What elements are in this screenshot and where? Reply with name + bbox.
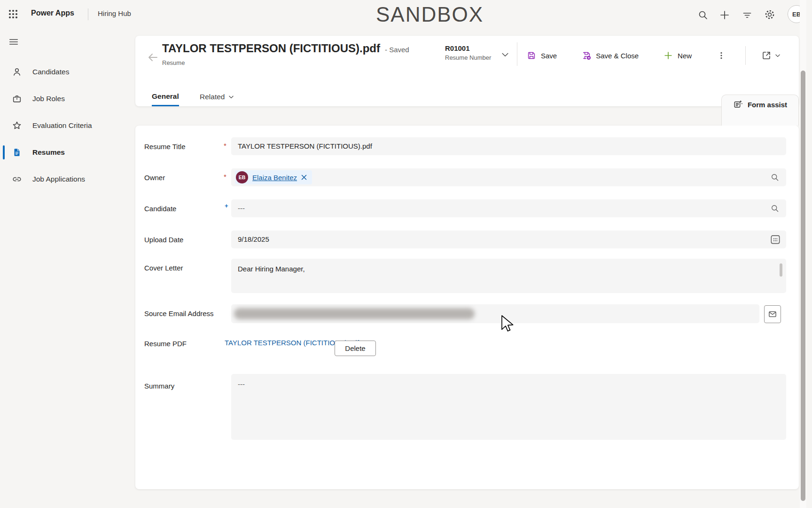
chevron-down-icon xyxy=(228,94,234,100)
sidebar-item-label: Evaluation Criteria xyxy=(32,121,92,130)
owner-search-icon[interactable] xyxy=(770,173,780,182)
calendar-icon[interactable] xyxy=(769,233,781,246)
delete-file-button[interactable]: Delete xyxy=(335,341,376,356)
source-email-input[interactable] xyxy=(231,304,759,323)
candidate-search-icon[interactable] xyxy=(770,204,780,213)
site-map-sidebar: Candidates Job Roles Evaluation Criteria… xyxy=(0,28,122,508)
upload-date-label: Upload Date xyxy=(144,236,183,244)
form-assist-button[interactable]: Form assist xyxy=(721,95,799,126)
search-icon[interactable] xyxy=(697,9,709,21)
quick-create-icon[interactable] xyxy=(719,9,730,21)
source-email-label: Source Email Address xyxy=(144,310,214,318)
header-summary-field: R01001 Resume Number xyxy=(445,44,491,62)
resume-title-input[interactable]: TAYLOR TESTPERSON (FICTITIOUS).pdf xyxy=(231,137,786,155)
top-bar: Power Apps Hiring Hub SANDBOX EB xyxy=(0,0,812,28)
command-bar: Save Save & Close New xyxy=(526,42,781,69)
sidebar-item-candidates[interactable]: Candidates xyxy=(0,58,122,85)
sidebar-item-evaluation-criteria[interactable]: Evaluation Criteria xyxy=(0,112,122,139)
required-marker: * xyxy=(224,173,226,181)
summary-textarea[interactable]: --- xyxy=(231,374,786,440)
more-commands-icon[interactable] xyxy=(716,50,726,61)
record-header-card: TAYLOR TESTPERSON (FICTITIOUS).pdf - Sav… xyxy=(135,36,799,106)
mail-icon xyxy=(768,310,777,319)
command-bar-divider-2 xyxy=(745,46,746,65)
command-bar-divider xyxy=(517,42,517,66)
owner-avatar: EB xyxy=(236,171,248,183)
form-assist-label: Form assist xyxy=(748,101,787,109)
email-button[interactable] xyxy=(764,305,781,323)
app-launcher-icon[interactable] xyxy=(8,8,19,20)
tab-related[interactable]: Related xyxy=(200,87,234,106)
sidebar-item-label: Job Roles xyxy=(32,95,65,103)
add-icon xyxy=(663,50,673,61)
document-icon xyxy=(12,147,22,158)
person-icon xyxy=(12,67,22,77)
save-status: - Saved xyxy=(385,46,409,54)
redacted-email-value xyxy=(234,308,475,319)
cover-letter-label: Cover Letter xyxy=(144,264,183,272)
power-apps-window: Power Apps Hiring Hub SANDBOX EB xyxy=(0,0,812,508)
page-scrollbar-thumb[interactable] xyxy=(801,71,805,501)
share-icon xyxy=(761,50,772,61)
app-name[interactable]: Power Apps xyxy=(31,9,74,17)
sidebar-item-label: Candidates xyxy=(32,68,69,76)
owner-lookup-field[interactable]: EB Elaiza Benitez xyxy=(231,168,786,186)
business-recommended-marker: + xyxy=(225,202,228,209)
cover-letter-textarea[interactable]: Dear Hiring Manager, xyxy=(231,259,786,293)
owner-link[interactable]: Elaiza Benitez xyxy=(252,174,297,182)
save-button[interactable]: Save xyxy=(526,50,557,61)
tab-general[interactable]: General xyxy=(152,87,179,106)
resume-pdf-label: Resume PDF xyxy=(144,340,187,348)
sidebar-item-job-roles[interactable]: Job Roles xyxy=(0,85,122,112)
form-assist-icon xyxy=(733,99,743,110)
required-marker: * xyxy=(224,142,226,150)
hamburger-menu-icon[interactable] xyxy=(8,37,19,47)
filter-icon[interactable] xyxy=(742,9,753,21)
new-button[interactable]: New xyxy=(663,50,692,61)
sidebar-item-label: Job Applications xyxy=(32,175,85,183)
summary-label: Summary xyxy=(144,382,174,390)
star-icon xyxy=(12,120,22,131)
record-title: TAYLOR TESTPERSON (FICTITIOUS).pdf xyxy=(162,42,380,55)
cover-letter-scrollbar[interactable] xyxy=(780,263,782,277)
back-arrow-icon[interactable] xyxy=(147,52,158,63)
form-body-card: Resume Title * TAYLOR TESTPERSON (FICTIT… xyxy=(135,126,799,489)
resume-number-value: R01001 xyxy=(445,44,491,53)
candidate-label: Candidate xyxy=(144,205,176,213)
environment-banner: SANDBOX xyxy=(376,3,484,26)
resume-title-label: Resume Title xyxy=(144,143,186,151)
owner-record-chip: EB Elaiza Benitez xyxy=(235,170,312,184)
candidate-lookup-field[interactable]: --- xyxy=(231,199,786,217)
entity-label: Resume xyxy=(162,59,185,66)
upload-date-input[interactable]: 9/18/2025 xyxy=(231,230,786,248)
selected-indicator xyxy=(3,145,5,159)
save-icon xyxy=(526,50,537,61)
sidebar-item-job-applications[interactable]: Job Applications xyxy=(0,166,122,192)
settings-gear-icon[interactable] xyxy=(764,9,775,20)
app-area-title[interactable]: Hiring Hub xyxy=(98,9,131,17)
remove-owner-icon[interactable] xyxy=(301,174,307,181)
resume-number-label: Resume Number xyxy=(445,54,491,62)
sidebar-item-resumes[interactable]: Resumes xyxy=(0,139,122,166)
sidebar-item-label: Resumes xyxy=(32,148,65,157)
save-and-close-button[interactable]: Save & Close xyxy=(581,50,639,61)
briefcase-icon xyxy=(12,94,22,104)
owner-label: Owner xyxy=(144,174,165,182)
share-button[interactable] xyxy=(761,50,781,61)
expand-header-chevron-icon[interactable] xyxy=(500,50,510,59)
chevron-down-icon xyxy=(774,52,781,59)
save-and-close-icon xyxy=(581,50,592,61)
link-icon xyxy=(12,174,22,184)
topbar-divider xyxy=(88,8,88,20)
